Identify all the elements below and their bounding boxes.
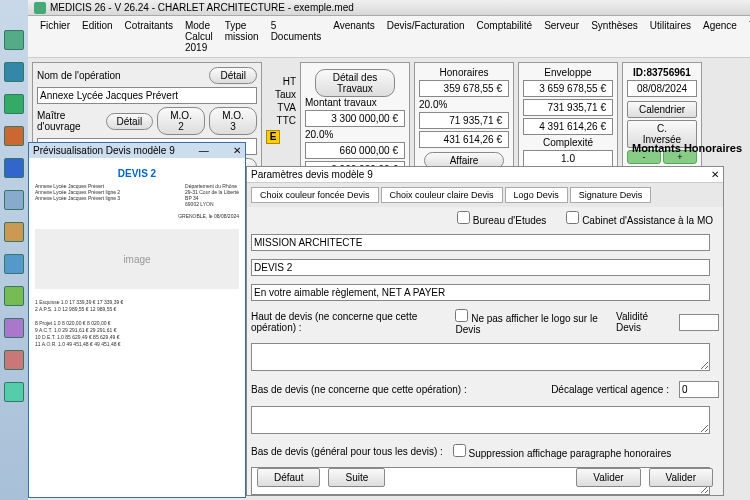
honor-ttc: 431 614,26 € (419, 131, 509, 148)
tab-signature[interactable]: Signature Devis (570, 187, 652, 203)
valider2-button[interactable]: Valider (649, 468, 713, 487)
e-indicator: E (266, 130, 280, 144)
app-icon (34, 2, 46, 14)
menu-fichier[interactable]: Fichier (34, 18, 76, 55)
param-window: Paramètres devis modèle 9 ✕ Choix couleu… (246, 166, 724, 496)
id-label: ID:83756961 (627, 67, 697, 78)
label-mo: Maître d'ouvrage (37, 110, 102, 132)
sidebar-icon[interactable] (4, 94, 24, 114)
param-title: Paramètres devis modèle 9 (251, 169, 373, 180)
defaut-button[interactable]: Défaut (257, 468, 320, 487)
menu-devis[interactable]: Devis/Facturation (381, 18, 471, 55)
suite-button[interactable]: Suite (328, 468, 385, 487)
menu-documents[interactable]: 5 Documents (265, 18, 328, 55)
menu-compta[interactable]: Comptabilité (471, 18, 539, 55)
sidebar-icon[interactable] (4, 318, 24, 338)
env-ht: 3 659 678,55 € (523, 80, 613, 97)
reglement-input[interactable] (251, 284, 710, 301)
env-ttc: 4 391 614,26 € (523, 118, 613, 135)
sidebar-icon[interactable] (4, 254, 24, 274)
menu-edition[interactable]: Edition (76, 18, 119, 55)
detail-button[interactable]: Détail (209, 67, 257, 84)
preview-doc: DEVIS 2 Annexe Lycée Jacques PrévertAnne… (29, 158, 245, 354)
travaux-ht: 3 300 000,00 € (305, 110, 405, 127)
devis-input[interactable] (251, 259, 710, 276)
param-close-icon[interactable]: ✕ (711, 169, 719, 180)
chk-cabinet[interactable]: Cabinet d'Assistance à la MO (566, 211, 713, 226)
sidebar-icon[interactable] (4, 126, 24, 146)
sidebar-icon[interactable] (4, 30, 24, 50)
honor-tva: 71 935,71 € (419, 112, 509, 129)
mo3-button[interactable]: M.O. 3 (209, 107, 257, 135)
env-complex: 1.0 (523, 150, 613, 167)
decalage-input[interactable] (679, 381, 719, 398)
mission-input[interactable] (251, 234, 710, 251)
chk-suppression[interactable]: Suppression affichage paragraphe honorai… (453, 444, 672, 459)
menu-syntheses[interactable]: Synthèses (585, 18, 644, 55)
date-field[interactable]: 08/08/2024 (627, 80, 697, 97)
tab-logo[interactable]: Logo Devis (505, 187, 568, 203)
chk-logo[interactable]: Ne pas afficher le logo sur le Devis (455, 309, 606, 335)
mo2-button[interactable]: M.O. 2 (157, 107, 205, 135)
travaux-tva: 660 000,00 € (305, 142, 405, 159)
haut-devis-textarea[interactable] (251, 343, 710, 371)
detail2-button[interactable]: Détail (106, 113, 154, 130)
calendrier-button[interactable]: Calendrier (627, 101, 697, 118)
montants-honoraires-label: Montants Honoraires (632, 142, 742, 154)
menu-cotraitants[interactable]: Cotraitants (119, 18, 179, 55)
honor-ht: 359 678,55 € (419, 80, 509, 97)
sidebar-icon[interactable] (4, 350, 24, 370)
chk-bureau[interactable]: Bureau d'Etudes (457, 211, 546, 226)
label-nom-operation: Nom de l'opération (37, 70, 121, 81)
sidebar-icon[interactable] (4, 62, 24, 82)
menu-avenants[interactable]: Avenants (327, 18, 381, 55)
valider-button[interactable]: Valider (576, 468, 640, 487)
operation-input[interactable] (37, 87, 257, 104)
menu-utilitaires[interactable]: Utilitaires (644, 18, 697, 55)
tab-couleur-foncee[interactable]: Choix couleur foncée Devis (251, 187, 379, 203)
window-titlebar: MEDICIS 26 - V 26.24 - CHARLET ARCHITECT… (28, 0, 750, 16)
preview-window: Prévisualisation Devis modèle 9 — ✕ DEVI… (28, 142, 246, 498)
sidebar-icon[interactable] (4, 382, 24, 402)
preview-minimize-icon[interactable]: — (199, 145, 209, 156)
preview-close-icon[interactable]: ✕ (233, 145, 241, 156)
menu-typemission[interactable]: Type mission (219, 18, 265, 55)
bas-devis1-textarea[interactable] (251, 406, 710, 434)
sidebar-icon[interactable] (4, 158, 24, 178)
sidebar-icon[interactable] (4, 190, 24, 210)
window-title: MEDICIS 26 - V 26.24 - CHARLET ARCHITECT… (50, 2, 354, 13)
tab-couleur-claire[interactable]: Choix couleur claire Devis (381, 187, 503, 203)
menu-theme[interactable]: Thème (743, 18, 750, 55)
menu-modecalcul[interactable]: Mode Calcul 2019 (179, 18, 219, 55)
detail-travaux-button[interactable]: Détail des Travaux (315, 69, 395, 97)
sidebar-icon[interactable] (4, 286, 24, 306)
menubar: Fichier Edition Cotraitants Mode Calcul … (28, 16, 750, 58)
menu-agence[interactable]: Agence (697, 18, 743, 55)
menu-serveur[interactable]: Serveur (538, 18, 585, 55)
sidebar-icon[interactable] (4, 222, 24, 242)
preview-title: Prévisualisation Devis modèle 9 (33, 145, 175, 156)
validite-input[interactable] (679, 314, 719, 331)
env-tva: 731 935,71 € (523, 99, 613, 116)
